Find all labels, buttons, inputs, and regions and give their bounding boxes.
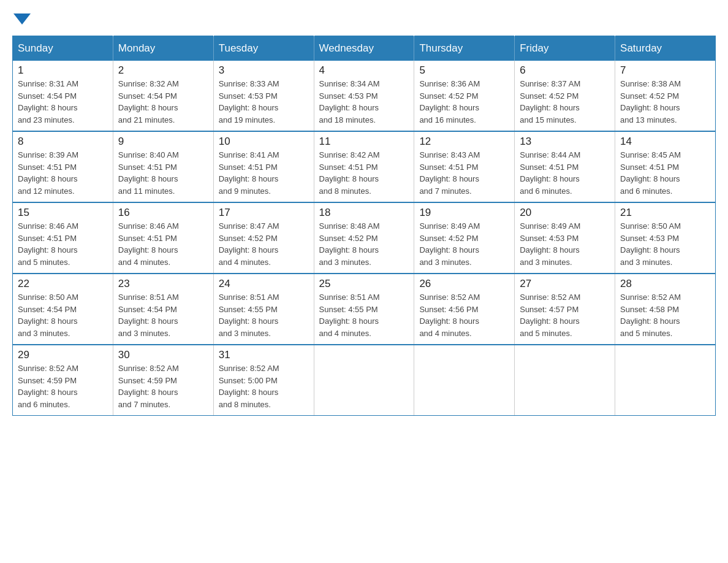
calendar-day-cell: 8 Sunrise: 8:39 AMSunset: 4:51 PMDayligh… bbox=[13, 131, 113, 202]
calendar-day-cell: 10 Sunrise: 8:41 AMSunset: 4:51 PMDaylig… bbox=[213, 131, 314, 202]
day-info: Sunrise: 8:47 AMSunset: 4:52 PMDaylight:… bbox=[219, 221, 279, 267]
day-number: 3 bbox=[219, 64, 309, 77]
day-number: 31 bbox=[219, 349, 309, 361]
calendar-day-cell: 30 Sunrise: 8:52 AMSunset: 4:59 PMDaylig… bbox=[113, 345, 213, 416]
calendar-week-row: 1 Sunrise: 8:31 AMSunset: 4:54 PMDayligh… bbox=[13, 61, 716, 131]
day-info: Sunrise: 8:52 AMSunset: 4:59 PMDaylight:… bbox=[118, 364, 179, 409]
day-number: 23 bbox=[118, 278, 208, 290]
day-number: 13 bbox=[520, 136, 610, 148]
calendar-day-cell: 25 Sunrise: 8:51 AMSunset: 4:55 PMDaylig… bbox=[314, 274, 414, 345]
day-number: 29 bbox=[18, 349, 108, 361]
day-number: 2 bbox=[118, 64, 208, 77]
day-of-week-header: Thursday bbox=[414, 36, 515, 61]
day-info: Sunrise: 8:44 AMSunset: 4:51 PMDaylight:… bbox=[520, 150, 580, 196]
calendar-header-row: SundayMondayTuesdayWednesdayThursdayFrid… bbox=[13, 36, 716, 61]
day-info: Sunrise: 8:40 AMSunset: 4:51 PMDaylight:… bbox=[118, 150, 179, 196]
day-number: 20 bbox=[520, 207, 610, 219]
day-number: 30 bbox=[118, 349, 208, 361]
logo bbox=[12, 12, 33, 23]
day-number: 9 bbox=[118, 136, 208, 148]
day-of-week-header: Friday bbox=[515, 36, 615, 61]
day-number: 12 bbox=[419, 136, 509, 148]
day-number: 7 bbox=[620, 64, 710, 77]
calendar-day-cell: 15 Sunrise: 8:46 AMSunset: 4:51 PMDaylig… bbox=[13, 202, 113, 274]
day-info: Sunrise: 8:38 AMSunset: 4:52 PMDaylight:… bbox=[620, 79, 681, 124]
day-info: Sunrise: 8:43 AMSunset: 4:51 PMDaylight:… bbox=[419, 150, 480, 196]
calendar-week-row: 15 Sunrise: 8:46 AMSunset: 4:51 PMDaylig… bbox=[13, 202, 716, 274]
calendar-day-cell: 2 Sunrise: 8:32 AMSunset: 4:54 PMDayligh… bbox=[113, 61, 213, 131]
day-number: 6 bbox=[520, 64, 610, 77]
calendar-table: SundayMondayTuesdayWednesdayThursdayFrid… bbox=[12, 36, 716, 416]
calendar-day-cell: 13 Sunrise: 8:44 AMSunset: 4:51 PMDaylig… bbox=[515, 131, 615, 202]
calendar-week-row: 29 Sunrise: 8:52 AMSunset: 4:59 PMDaylig… bbox=[13, 345, 716, 416]
calendar-day-cell: 16 Sunrise: 8:46 AMSunset: 4:51 PMDaylig… bbox=[113, 202, 213, 274]
day-of-week-header: Wednesday bbox=[314, 36, 414, 61]
day-number: 25 bbox=[319, 278, 409, 290]
calendar-day-cell: 29 Sunrise: 8:52 AMSunset: 4:59 PMDaylig… bbox=[13, 345, 113, 416]
day-number: 15 bbox=[18, 207, 108, 219]
day-info: Sunrise: 8:52 AMSunset: 4:56 PMDaylight:… bbox=[419, 293, 480, 338]
day-number: 26 bbox=[419, 278, 509, 290]
day-info: Sunrise: 8:39 AMSunset: 4:51 PMDaylight:… bbox=[18, 150, 78, 196]
calendar-day-cell: 20 Sunrise: 8:49 AMSunset: 4:53 PMDaylig… bbox=[515, 202, 615, 274]
day-number: 1 bbox=[18, 64, 108, 77]
day-number: 11 bbox=[319, 136, 409, 148]
day-number: 21 bbox=[620, 207, 710, 219]
calendar-day-cell: 3 Sunrise: 8:33 AMSunset: 4:53 PMDayligh… bbox=[213, 61, 314, 131]
calendar-day-cell: 1 Sunrise: 8:31 AMSunset: 4:54 PMDayligh… bbox=[13, 61, 113, 131]
page-header bbox=[12, 12, 716, 23]
calendar-day-cell: 7 Sunrise: 8:38 AMSunset: 4:52 PMDayligh… bbox=[615, 61, 716, 131]
day-number: 27 bbox=[520, 278, 610, 290]
day-number: 18 bbox=[319, 207, 409, 219]
calendar-day-cell bbox=[615, 345, 716, 416]
day-number: 16 bbox=[118, 207, 208, 219]
day-info: Sunrise: 8:32 AMSunset: 4:54 PMDaylight:… bbox=[118, 79, 179, 124]
calendar-day-cell: 26 Sunrise: 8:52 AMSunset: 4:56 PMDaylig… bbox=[414, 274, 515, 345]
day-info: Sunrise: 8:49 AMSunset: 4:52 PMDaylight:… bbox=[419, 221, 480, 267]
day-info: Sunrise: 8:41 AMSunset: 4:51 PMDaylight:… bbox=[219, 150, 279, 196]
day-info: Sunrise: 8:33 AMSunset: 4:53 PMDaylight:… bbox=[219, 79, 279, 124]
day-info: Sunrise: 8:31 AMSunset: 4:54 PMDaylight:… bbox=[18, 79, 78, 124]
day-info: Sunrise: 8:52 AMSunset: 4:59 PMDaylight:… bbox=[18, 364, 78, 409]
day-info: Sunrise: 8:46 AMSunset: 4:51 PMDaylight:… bbox=[118, 221, 179, 267]
day-number: 17 bbox=[219, 207, 309, 219]
calendar-day-cell: 14 Sunrise: 8:45 AMSunset: 4:51 PMDaylig… bbox=[615, 131, 716, 202]
calendar-day-cell bbox=[414, 345, 515, 416]
calendar-day-cell: 19 Sunrise: 8:49 AMSunset: 4:52 PMDaylig… bbox=[414, 202, 515, 274]
day-info: Sunrise: 8:49 AMSunset: 4:53 PMDaylight:… bbox=[520, 221, 580, 267]
day-info: Sunrise: 8:45 AMSunset: 4:51 PMDaylight:… bbox=[620, 150, 681, 196]
day-of-week-header: Monday bbox=[113, 36, 213, 61]
day-info: Sunrise: 8:50 AMSunset: 4:53 PMDaylight:… bbox=[620, 221, 681, 267]
calendar-day-cell: 6 Sunrise: 8:37 AMSunset: 4:52 PMDayligh… bbox=[515, 61, 615, 131]
day-number: 28 bbox=[620, 278, 710, 290]
calendar-day-cell: 5 Sunrise: 8:36 AMSunset: 4:52 PMDayligh… bbox=[414, 61, 515, 131]
day-info: Sunrise: 8:51 AMSunset: 4:55 PMDaylight:… bbox=[319, 293, 380, 338]
day-info: Sunrise: 8:42 AMSunset: 4:51 PMDaylight:… bbox=[319, 150, 380, 196]
day-of-week-header: Tuesday bbox=[213, 36, 314, 61]
day-info: Sunrise: 8:46 AMSunset: 4:51 PMDaylight:… bbox=[18, 221, 78, 267]
calendar-day-cell bbox=[515, 345, 615, 416]
day-info: Sunrise: 8:50 AMSunset: 4:54 PMDaylight:… bbox=[18, 293, 78, 338]
day-info: Sunrise: 8:34 AMSunset: 4:53 PMDaylight:… bbox=[319, 79, 380, 124]
calendar-day-cell: 24 Sunrise: 8:51 AMSunset: 4:55 PMDaylig… bbox=[213, 274, 314, 345]
day-info: Sunrise: 8:36 AMSunset: 4:52 PMDaylight:… bbox=[419, 79, 480, 124]
day-info: Sunrise: 8:37 AMSunset: 4:52 PMDaylight:… bbox=[520, 79, 580, 124]
day-number: 8 bbox=[18, 136, 108, 148]
calendar-day-cell: 12 Sunrise: 8:43 AMSunset: 4:51 PMDaylig… bbox=[414, 131, 515, 202]
day-info: Sunrise: 8:51 AMSunset: 4:54 PMDaylight:… bbox=[118, 293, 179, 338]
calendar-day-cell: 27 Sunrise: 8:52 AMSunset: 4:57 PMDaylig… bbox=[515, 274, 615, 345]
logo-triangle-icon bbox=[13, 13, 31, 25]
calendar-day-cell: 18 Sunrise: 8:48 AMSunset: 4:52 PMDaylig… bbox=[314, 202, 414, 274]
calendar-day-cell: 11 Sunrise: 8:42 AMSunset: 4:51 PMDaylig… bbox=[314, 131, 414, 202]
calendar-day-cell: 21 Sunrise: 8:50 AMSunset: 4:53 PMDaylig… bbox=[615, 202, 716, 274]
day-number: 19 bbox=[419, 207, 509, 219]
calendar-day-cell: 17 Sunrise: 8:47 AMSunset: 4:52 PMDaylig… bbox=[213, 202, 314, 274]
day-number: 24 bbox=[219, 278, 309, 290]
day-number: 10 bbox=[219, 136, 309, 148]
day-info: Sunrise: 8:52 AMSunset: 5:00 PMDaylight:… bbox=[219, 364, 279, 409]
calendar-week-row: 22 Sunrise: 8:50 AMSunset: 4:54 PMDaylig… bbox=[13, 274, 716, 345]
day-info: Sunrise: 8:48 AMSunset: 4:52 PMDaylight:… bbox=[319, 221, 380, 267]
calendar-day-cell: 9 Sunrise: 8:40 AMSunset: 4:51 PMDayligh… bbox=[113, 131, 213, 202]
day-number: 5 bbox=[419, 64, 509, 77]
day-of-week-header: Saturday bbox=[615, 36, 716, 61]
